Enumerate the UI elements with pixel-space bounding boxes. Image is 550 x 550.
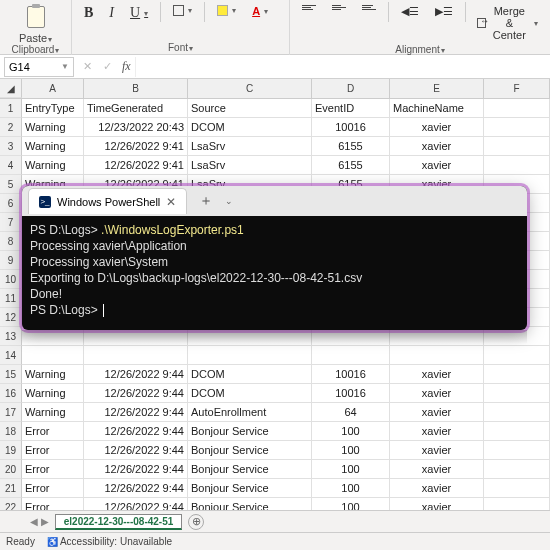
align-middle-button[interactable]: [326, 2, 352, 18]
cell[interactable]: LsaSrv: [188, 156, 312, 175]
cell[interactable]: 12/26/2022 9:41: [84, 156, 188, 175]
cell[interactable]: Error: [22, 479, 84, 498]
cell[interactable]: [484, 118, 550, 137]
cell[interactable]: 12/26/2022 9:41: [84, 137, 188, 156]
cell[interactable]: xavier: [390, 403, 484, 422]
cell[interactable]: 100: [312, 479, 390, 498]
cell[interactable]: Bonjour Service: [188, 460, 312, 479]
cell[interactable]: xavier: [390, 422, 484, 441]
cell[interactable]: 6155: [312, 137, 390, 156]
sheet-nav[interactable]: ◀ ▶: [30, 516, 49, 527]
cell[interactable]: Error: [22, 441, 84, 460]
add-sheet-button[interactable]: ⊕: [188, 514, 204, 530]
decrease-indent-button[interactable]: ◀☰: [395, 2, 425, 21]
sheet-tab-active[interactable]: el2022-12-30---08-42-51: [55, 514, 183, 530]
row-header[interactable]: 8: [0, 232, 22, 251]
cell[interactable]: [484, 479, 550, 498]
cell[interactable]: xavier: [390, 479, 484, 498]
terminal-window[interactable]: >_ Windows PowerShell ✕ ＋ ⌄ PS D:\Logs> …: [22, 186, 527, 330]
terminal-body[interactable]: PS D:\Logs> .\WindowsLogExporter.ps1Proc…: [22, 216, 527, 324]
cell[interactable]: [484, 441, 550, 460]
row-header[interactable]: 11: [0, 289, 22, 308]
cell[interactable]: 100: [312, 441, 390, 460]
row-header[interactable]: 19: [0, 441, 22, 460]
cell[interactable]: [84, 346, 188, 365]
cell[interactable]: Warning: [22, 137, 84, 156]
cell[interactable]: 12/26/2022 9:44: [84, 365, 188, 384]
cell[interactable]: xavier: [390, 460, 484, 479]
cancel-formula-icon[interactable]: ✕: [78, 60, 96, 73]
cell[interactable]: 12/26/2022 9:44: [84, 460, 188, 479]
cell[interactable]: Error: [22, 422, 84, 441]
tab-dropdown-icon[interactable]: ⌄: [225, 196, 233, 206]
row-header[interactable]: 6: [0, 194, 22, 213]
cell[interactable]: xavier: [390, 365, 484, 384]
row-header[interactable]: 3: [0, 137, 22, 156]
name-box[interactable]: G14▼: [4, 57, 74, 77]
row-header[interactable]: 5: [0, 175, 22, 194]
increase-indent-button[interactable]: ▶☰: [429, 2, 459, 21]
fill-color-button[interactable]: [211, 2, 242, 19]
accessibility-status[interactable]: Accessibility: Unavailable: [47, 536, 172, 547]
cell[interactable]: Source: [188, 99, 312, 118]
row-header[interactable]: 4: [0, 156, 22, 175]
cell[interactable]: DCOM: [188, 365, 312, 384]
cell[interactable]: DCOM: [188, 118, 312, 137]
row-header[interactable]: 7: [0, 213, 22, 232]
cell[interactable]: [312, 346, 390, 365]
cell[interactable]: 12/26/2022 9:44: [84, 479, 188, 498]
row-header[interactable]: 10: [0, 270, 22, 289]
col-header-D[interactable]: D: [312, 79, 390, 98]
row-header[interactable]: 2: [0, 118, 22, 137]
row-header[interactable]: 18: [0, 422, 22, 441]
align-top-button[interactable]: [296, 2, 322, 18]
cell[interactable]: 10016: [312, 365, 390, 384]
cell[interactable]: xavier: [390, 384, 484, 403]
select-all-corner[interactable]: ◢: [0, 79, 22, 98]
cell[interactable]: TimeGenerated: [84, 99, 188, 118]
row-header[interactable]: 12: [0, 308, 22, 327]
col-header-A[interactable]: A: [22, 79, 84, 98]
col-header-B[interactable]: B: [84, 79, 188, 98]
row-header[interactable]: 15: [0, 365, 22, 384]
italic-button[interactable]: I: [103, 2, 120, 24]
row-header[interactable]: 1: [0, 99, 22, 118]
accept-formula-icon[interactable]: ✓: [98, 60, 116, 73]
new-tab-button[interactable]: ＋: [193, 192, 219, 210]
cell[interactable]: Bonjour Service: [188, 441, 312, 460]
close-tab-icon[interactable]: ✕: [166, 195, 176, 209]
cell[interactable]: xavier: [390, 441, 484, 460]
cell[interactable]: 12/23/2022 20:43: [84, 118, 188, 137]
cell[interactable]: [484, 384, 550, 403]
font-color-button[interactable]: A: [246, 2, 274, 20]
underline-button[interactable]: U: [124, 2, 154, 24]
cell[interactable]: MachineName: [390, 99, 484, 118]
cell[interactable]: [484, 422, 550, 441]
formula-input[interactable]: [135, 57, 550, 77]
cell[interactable]: 64: [312, 403, 390, 422]
cell[interactable]: Warning: [22, 365, 84, 384]
cell[interactable]: LsaSrv: [188, 137, 312, 156]
cell[interactable]: xavier: [390, 137, 484, 156]
cell[interactable]: xavier: [390, 118, 484, 137]
row-header[interactable]: 9: [0, 251, 22, 270]
cell[interactable]: Bonjour Service: [188, 422, 312, 441]
cell[interactable]: 12/26/2022 9:44: [84, 422, 188, 441]
cell[interactable]: [188, 346, 312, 365]
cell[interactable]: [484, 365, 550, 384]
cell[interactable]: EntryType: [22, 99, 84, 118]
paste-button[interactable]: [23, 2, 49, 32]
merge-center-button[interactable]: Merge & Center: [471, 2, 544, 44]
cell[interactable]: DCOM: [188, 384, 312, 403]
cell[interactable]: [22, 346, 84, 365]
cell[interactable]: [484, 403, 550, 422]
cell[interactable]: [390, 346, 484, 365]
cell[interactable]: [484, 99, 550, 118]
cell[interactable]: 10016: [312, 384, 390, 403]
row-header[interactable]: 16: [0, 384, 22, 403]
paste-label[interactable]: Paste: [19, 32, 52, 44]
cell[interactable]: 12/26/2022 9:44: [84, 441, 188, 460]
col-header-C[interactable]: C: [188, 79, 312, 98]
cell[interactable]: 10016: [312, 118, 390, 137]
terminal-tab[interactable]: >_ Windows PowerShell ✕: [28, 188, 187, 214]
